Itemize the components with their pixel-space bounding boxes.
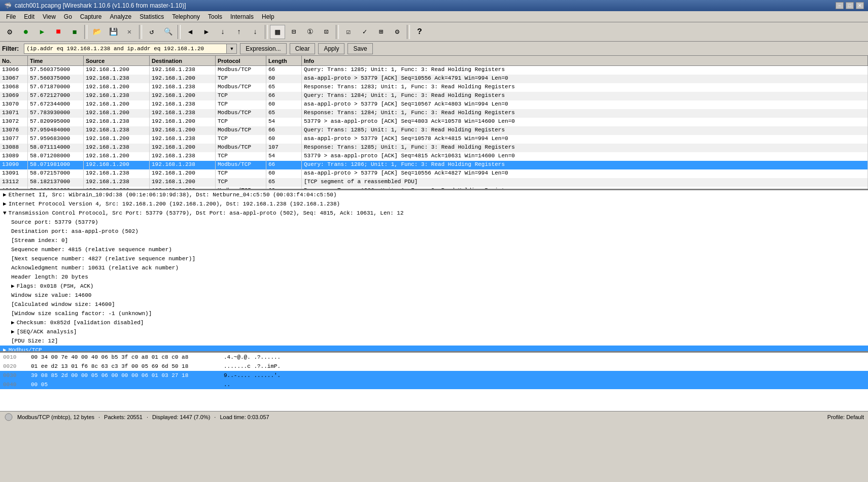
detail-row-highlighted[interactable]: ▶Modbus/TCP: [0, 346, 868, 353]
normal-size-button[interactable]: ①: [302, 25, 318, 39]
detail-row[interactable]: ▼Transmission Control Protocol, Src Port…: [0, 209, 868, 218]
menu-item-internals[interactable]: Internals: [226, 12, 258, 21]
packet-cell-info: Query: Trans: 1285; Unit: 1, Func: 3: Re…: [302, 126, 868, 135]
hex-ascii: ..: [224, 381, 230, 389]
packet-row[interactable]: 1306657.560375000192.168.1.200192.168.1.…: [0, 66, 868, 75]
resize-button[interactable]: ⊡: [319, 25, 334, 39]
minimize-button[interactable]: −: [836, 2, 844, 9]
hex-row[interactable]: 001000 34 00 7e 40 00 40 06 b5 3f c0 a8 …: [0, 353, 868, 362]
capture-button[interactable]: ▶: [34, 25, 50, 39]
packet-cell-proto: Modbus/TCP: [216, 144, 266, 152]
menu-item-capture[interactable]: Capture: [76, 12, 106, 21]
menu-item-statistics[interactable]: Statistics: [135, 12, 168, 21]
close-file-button[interactable]: ✕: [122, 25, 137, 39]
expression-button[interactable]: Expression...: [240, 43, 286, 54]
menu-item-view[interactable]: View: [39, 12, 60, 21]
filter-input[interactable]: [24, 44, 227, 54]
packet-cell-time: 58.182281000: [28, 187, 84, 190]
hex-row[interactable]: 004000 05 ..: [0, 380, 868, 389]
next-packet-button[interactable]: ▶: [199, 25, 214, 39]
packet-cell-src: 192.168.1.200: [84, 152, 150, 161]
menu-item-tools[interactable]: Tools: [204, 12, 226, 21]
packet-cell-dst: 192.168.1.200: [150, 144, 216, 152]
packet-cell-src: 192.168.1.200: [84, 135, 150, 144]
detail-row[interactable]: ▶Ethernet II, Src: Wibrain_10:9d:38 (00:…: [0, 190, 868, 199]
packet-cell-dst: 192.168.1.200: [150, 92, 216, 100]
prev-packet-button[interactable]: ◀: [183, 25, 198, 39]
packet-cell-info: asa-appl-proto > 53779 [ACK] Seq=10567 A…: [302, 100, 868, 109]
packet-row[interactable]: 1307657.959484000192.168.1.238192.168.1.…: [0, 126, 868, 135]
close-button[interactable]: ✕: [856, 2, 864, 9]
packet-row[interactable]: 1306957.672127000192.168.1.238192.168.1.…: [0, 92, 868, 100]
zoom-in-button[interactable]: ▦: [270, 25, 285, 39]
detail-row: [PDU Size: 12]: [0, 336, 868, 346]
menu-item-telephony[interactable]: Telephony: [168, 12, 204, 21]
packet-cell-len: 60: [266, 169, 302, 178]
hex-row[interactable]: 002001 ee d2 13 01 f6 8c 63 c3 3f 00 05 …: [0, 362, 868, 371]
detail-row[interactable]: ▶Checksum: 0x852d [validation disabled]: [0, 318, 868, 327]
apply-button[interactable]: Apply: [318, 43, 344, 54]
detail-row[interactable]: ▶Internet Protocol Version 4, Src: 192.1…: [0, 199, 868, 209]
find-button[interactable]: 🔍: [160, 25, 176, 39]
zoom-out-button[interactable]: ⊟: [286, 25, 301, 39]
tb-sep2: [139, 25, 142, 39]
packet-row[interactable]: 1307257.820995000192.168.1.238192.168.1.…: [0, 118, 868, 126]
packet-row[interactable]: 1307157.783930000192.168.1.200192.168.1.…: [0, 109, 868, 118]
menu-item-edit[interactable]: Edit: [20, 12, 39, 21]
menu-item-go[interactable]: Go: [60, 12, 76, 21]
help-button[interactable]: ?: [412, 25, 427, 39]
col-header-no: No.: [0, 56, 28, 65]
packet-cell-info: Response: Trans: 1283; Unit: 1, Func: 3:…: [302, 83, 868, 92]
packet-cell-len: 60: [266, 100, 302, 109]
colorize-button[interactable]: ✓: [357, 25, 372, 39]
start-capture-button[interactable]: ●: [18, 25, 33, 39]
clear-button[interactable]: Clear: [290, 43, 316, 54]
preferences-button[interactable]: ⚙: [390, 25, 405, 39]
menu-item-analyze[interactable]: Analyze: [106, 12, 136, 21]
packet-row[interactable]: 1307757.959683000192.168.1.200192.168.1.…: [0, 135, 868, 144]
detail-row: Sequence number: 4815 (relative sequence…: [0, 245, 868, 254]
restart-button[interactable]: ◼: [67, 25, 82, 39]
packet-row[interactable]: 1307057.672344000192.168.1.200192.168.1.…: [0, 100, 868, 109]
maximize-button[interactable]: □: [846, 2, 854, 9]
packet-cell-len: 66: [266, 92, 302, 100]
packet-row[interactable]: 1306757.560375000192.168.1.238192.168.1.…: [0, 75, 868, 83]
packet-cell-proto: Modbus/TCP: [216, 109, 266, 118]
status-displayed: Displayed: 1447 (7.0%): [152, 414, 210, 420]
jump-button[interactable]: ↓: [248, 25, 263, 39]
packet-cell-dst: 192.168.1.238: [150, 100, 216, 109]
packet-row[interactable]: 1311258.182137000192.168.1.238192.168.1.…: [0, 178, 868, 187]
hex-bytes: 00 05: [31, 381, 224, 389]
last-packet-button[interactable]: ↑: [231, 25, 247, 39]
packet-row[interactable]: 1309058.071981000192.168.1.200192.168.1.…: [0, 161, 868, 169]
detail-row[interactable]: ▶[SEQ/ACK analysis]: [0, 327, 868, 336]
menu-item-help[interactable]: Help: [258, 12, 279, 21]
filter-dropdown-button[interactable]: ▼: [227, 44, 237, 54]
open-file-button[interactable]: 📂: [89, 25, 105, 39]
detail-row[interactable]: ▶Flags: 0x018 (PSH, ACK): [0, 282, 868, 291]
packet-cell-dst: 192.168.1.200: [150, 118, 216, 126]
first-packet-button[interactable]: ↓: [215, 25, 230, 39]
coloring-rules-button[interactable]: ⊞: [373, 25, 389, 39]
detail-row-text: Destination port: asa-appl-proto (502): [11, 228, 138, 234]
packet-cell-no: 13069: [0, 92, 28, 100]
reload-button[interactable]: ↺: [144, 25, 159, 39]
detail-section[interactable]: ▶Ethernet II, Src: Wibrain_10:9d:38 (00:…: [0, 190, 868, 353]
save-file-button[interactable]: 💾: [106, 25, 121, 39]
menu-item-file[interactable]: File: [2, 12, 20, 21]
interfaces-button[interactable]: ⚙: [2, 25, 17, 39]
save-filter-button[interactable]: Save: [348, 43, 372, 54]
hex-row[interactable]: 003039 08 85 2d 00 00 05 06 00 00 00 06 …: [0, 371, 868, 380]
packet-row[interactable]: 1309158.072157000192.168.1.238192.168.1.…: [0, 169, 868, 178]
packet-row[interactable]: 1308958.071208000192.168.1.200192.168.1.…: [0, 152, 868, 161]
capture-filter-button[interactable]: ☑: [341, 25, 356, 39]
detail-row: Acknowledgment number: 10631 (relative a…: [0, 263, 868, 272]
stop-button[interactable]: ■: [51, 25, 66, 39]
packet-cell-info: 53779 > asa-appl-proto [ACK] Seq=4803 Ac…: [302, 118, 868, 126]
packet-cell-info: Response: Trans: 1286; Unit: 1, Func: 3:…: [302, 187, 868, 190]
packet-row[interactable]: 1308858.071114000192.168.1.238192.168.1.…: [0, 144, 868, 152]
packet-row[interactable]: 1311358.182281000192.168.1.200192.168.1.…: [0, 187, 868, 190]
packet-row[interactable]: 1306857.671870000192.168.1.200192.168.1.…: [0, 83, 868, 92]
packet-cell-proto: TCP: [216, 152, 266, 161]
status-profile: Profile: Default: [827, 414, 864, 420]
